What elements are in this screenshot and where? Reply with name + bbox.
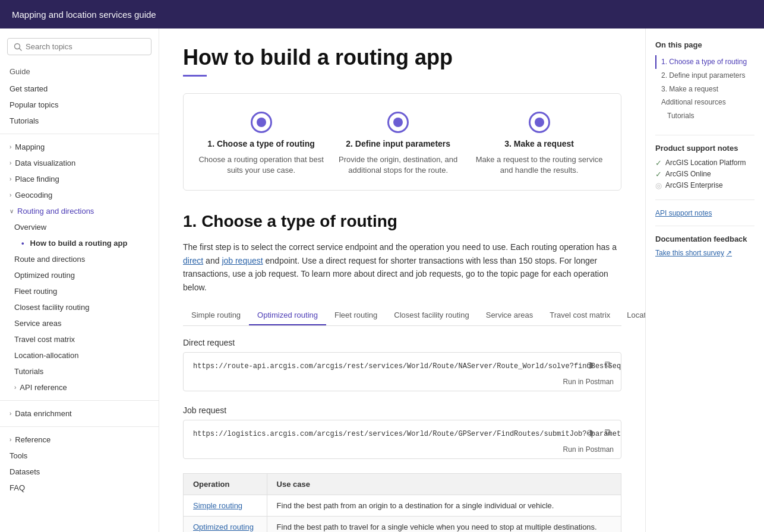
sidebar-item-data-visualization[interactable]: › Data visualization: [0, 155, 159, 171]
job-request-label: Job request: [183, 406, 621, 415]
toc-item-3[interactable]: 3. Make a request: [655, 83, 754, 96]
right-divider-3: [655, 226, 754, 226]
sidebar-item-reference[interactable]: › Reference: [0, 432, 159, 448]
sidebar-item-geocoding[interactable]: › Geocoding: [0, 187, 159, 203]
sidebar-item-how-to-build[interactable]: How to build a routing app: [0, 235, 159, 251]
sidebar-item-routing[interactable]: ∨ Routing and directions: [0, 203, 159, 219]
sidebar-item-get-started[interactable]: Get started: [0, 81, 159, 97]
sidebar-item-label: Data visualization: [15, 159, 75, 167]
app-title: Mapping and location services guide: [12, 10, 156, 20]
direct-run-postman[interactable]: Run in Postman: [184, 375, 621, 391]
right-panel: On this page 1. Choose a type of routing…: [645, 28, 764, 532]
sidebar-item-label: Location-allocation: [14, 351, 78, 360]
sidebar-item-travel-cost[interactable]: Travel cost matrix: [0, 331, 159, 347]
right-divider-1: [655, 135, 754, 135]
tab-service-areas[interactable]: Service areas: [478, 306, 541, 325]
chevron-right-icon: ›: [10, 436, 11, 443]
sidebar-item-label: Optimized routing: [14, 271, 75, 280]
sidebar-item-label: Overview: [14, 223, 46, 232]
step-2-desc: Provide the origin, destination, and add…: [327, 154, 469, 176]
copy-btn-2[interactable]: ⧉: [601, 425, 615, 439]
sidebar-item-label: Service areas: [14, 319, 61, 328]
step-1-desc: Choose a routing operation that best sui…: [195, 154, 327, 176]
product-support-title: Product support notes: [655, 144, 754, 153]
api-support-link[interactable]: API support notes: [655, 209, 712, 217]
sidebar-item-optimized-routing[interactable]: Optimized routing: [0, 267, 159, 283]
toc-list: 1. Choose a type of routing 2. Define in…: [655, 55, 754, 123]
sidebar-item-tools[interactable]: Tools: [0, 448, 159, 464]
job-request-section: Job request ◑ ⧉ https://logistics.arcgis…: [183, 406, 621, 459]
sidebar-item-closest-facility[interactable]: Closest facility routing: [0, 299, 159, 315]
sidebar-item-label: Popular topics: [10, 100, 58, 109]
step-3-desc: Make a request to the routing service an…: [469, 154, 609, 176]
sidebar-item-place-finding[interactable]: › Place finding: [0, 171, 159, 187]
sidebar-item-mapping[interactable]: › Mapping: [0, 139, 159, 155]
job-request-block: ◑ ⧉ https://logistics.arcgis.com/arcgis/…: [183, 420, 621, 459]
sidebar-item-data-enrichment[interactable]: › Data enrichment: [0, 406, 159, 422]
chevron-right-icon: ›: [10, 144, 11, 150]
feedback-link[interactable]: Take this short survey ↗: [655, 249, 732, 257]
sidebar-item-route-directions[interactable]: Route and directions: [0, 251, 159, 267]
sidebar-item-service-areas[interactable]: Service areas: [0, 315, 159, 331]
sidebar-item-overview[interactable]: Overview: [0, 219, 159, 235]
optimized-routing-link[interactable]: Optimized routing: [193, 522, 254, 531]
sidebar-item-label: Travel cost matrix: [14, 335, 75, 344]
sidebar-item-label: Datasets: [10, 467, 40, 476]
sidebar-item-label: Tools: [10, 451, 27, 460]
step-2-title: 2. Define input parameters: [346, 139, 450, 148]
chevron-right-icon: ›: [14, 384, 16, 391]
search-icon: [14, 43, 22, 51]
support-label-online: ArcGIS Online: [665, 170, 711, 178]
sidebar-item-label: Closest facility routing: [14, 303, 89, 312]
job-request-link[interactable]: job request: [222, 256, 263, 265]
tab-travel-cost-matrix[interactable]: Travel cost matrix: [541, 306, 618, 325]
table-header-use-case: Use case: [267, 473, 621, 495]
tab-location-allocation[interactable]: Location allocation: [618, 306, 645, 325]
direct-request-url: https://route-api.arcgis.com/arcgis/rest…: [184, 353, 621, 375]
on-this-page-title: On this page: [655, 40, 754, 49]
chevron-right-icon: ›: [10, 160, 11, 166]
direct-link[interactable]: direct: [183, 256, 203, 265]
sidebar-item-label: How to build a routing app: [30, 239, 128, 248]
tab-closest-facility[interactable]: Closest facility routing: [386, 306, 477, 325]
sidebar-item-faq[interactable]: FAQ: [0, 480, 159, 496]
simple-routing-link[interactable]: Simple routing: [193, 501, 242, 510]
toc-item-4[interactable]: Additional resources: [655, 96, 754, 109]
sidebar-divider-2: [0, 400, 159, 401]
search-input[interactable]: [26, 42, 145, 51]
external-link-icon: ↗: [726, 249, 732, 257]
sidebar-item-tutorials[interactable]: Tutorials: [0, 113, 159, 129]
toc-item-1[interactable]: 1. Choose a type of routing: [655, 55, 754, 69]
toc-item-2[interactable]: 2. Define input parameters: [655, 69, 754, 83]
toc-item-5[interactable]: Tutorials: [655, 109, 754, 123]
step-3-circle: [529, 112, 550, 133]
sidebar-item-label: Place finding: [15, 175, 59, 183]
tab-fleet-routing[interactable]: Fleet routing: [326, 306, 386, 325]
table-cell-use-1: Find the best path from an origin to a d…: [267, 495, 621, 516]
support-label-platform: ArcGIS Location Platform: [665, 159, 746, 167]
sidebar-item-location-allocation[interactable]: Location-allocation: [0, 347, 159, 363]
step-1-circle: [251, 112, 272, 133]
sidebar-item-api-reference[interactable]: › API reference: [0, 379, 159, 395]
step-3-title: 3. Make a request: [504, 139, 574, 148]
sidebar: Guide Get started Popular topics Tutoria…: [0, 28, 159, 532]
direct-request-block: ◑ ⧉ https://route-api.arcgis.com/arcgis/…: [183, 352, 621, 391]
sidebar-item-datasets[interactable]: Datasets: [0, 464, 159, 480]
job-run-postman[interactable]: Run in Postman: [184, 443, 621, 458]
code-block-toolbar: ◑ ⧉: [583, 357, 615, 372]
sidebar-item-popular-topics[interactable]: Popular topics: [0, 97, 159, 113]
sidebar-item-fleet-routing[interactable]: Fleet routing: [0, 283, 159, 299]
tab-optimized-routing[interactable]: Optimized routing: [249, 306, 326, 325]
contrast-toggle-btn-2[interactable]: ◑: [583, 425, 597, 439]
support-item-platform: ✓ ArcGIS Location Platform: [655, 157, 754, 169]
search-box[interactable]: [7, 38, 151, 55]
step-1-dot: [257, 118, 266, 127]
tab-simple-routing[interactable]: Simple routing: [183, 306, 249, 325]
sidebar-item-tutorials-sub[interactable]: Tutorials: [0, 363, 159, 379]
check-icon-platform: ✓: [655, 159, 662, 167]
feedback-title: Documentation feedback: [655, 235, 754, 243]
copy-btn[interactable]: ⧉: [601, 357, 615, 372]
step-2-dot: [393, 118, 403, 127]
contrast-toggle-btn[interactable]: ◑: [583, 357, 597, 372]
step-1-title: 1. Choose a type of routing: [207, 139, 314, 148]
